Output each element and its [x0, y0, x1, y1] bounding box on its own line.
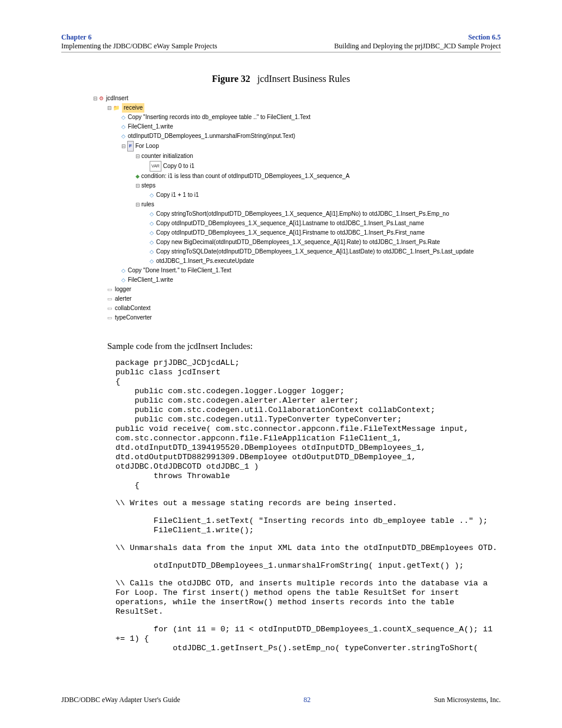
tree-item: typeConverter — [115, 313, 152, 322]
figure-label: Figure 32 — [212, 74, 250, 84]
code-block: for (int i1 = 0; i1 < otdInputDTD_DBempl… — [115, 625, 501, 653]
tree-item: Copy otdInputDTD_DBemployees_1.X_sequenc… — [156, 228, 425, 238]
tree-item: Copy stringToSQLDate(otdInputDTD_DBemplo… — [156, 247, 474, 256]
chapter-subtitle: Implementing the JDBC/ODBC eWay Sample P… — [61, 42, 217, 51]
figure-name: jcdInsert Business Rules — [257, 74, 350, 84]
diamond-icon: ◇ — [150, 228, 154, 238]
expander-icon: ⊟ — [93, 94, 98, 103]
tree-item: logger — [115, 285, 131, 294]
tree-item: Copy "Done Insert." to FileClient_1.Text — [128, 266, 232, 275]
tree-item: counter initialization — [141, 151, 193, 161]
tree-item: Copy 0 to i1 — [163, 162, 194, 171]
diamond-icon: ◇ — [150, 190, 154, 200]
expander-icon: ⊟ — [135, 200, 140, 209]
tree-item: Copy stringToShort(otdInputDTD_DBemploye… — [156, 209, 449, 219]
box-icon: ▭ — [107, 313, 113, 322]
tree-item: Copy "Inserting records into db_employee… — [128, 113, 310, 122]
code-block: otdInputDTD_DBemployees_1.unmarshalFromS… — [115, 561, 501, 571]
page-header: Chapter 6 Implementing the JDBC/ODBC eWa… — [61, 33, 501, 52]
tree-item: steps — [141, 181, 156, 190]
tree-item: For Loop — [135, 141, 159, 151]
condition-icon: ◆ — [135, 172, 140, 181]
code-block: FileClient_1.setText( "Inserting records… — [115, 516, 501, 535]
var-icon: VAR — [150, 161, 161, 172]
code-comment: \\ Unmarshals data from the input XML da… — [115, 543, 501, 553]
tree-item: FileClient_1.write — [128, 275, 173, 285]
section-subtitle: Building and Deploying the prjJDBC_JCD S… — [334, 42, 501, 51]
diamond-icon: ◇ — [121, 113, 125, 122]
tree-item: collabContext — [115, 304, 151, 313]
folder-icon: 📁 — [113, 103, 120, 113]
expander-icon: ⊟ — [135, 181, 140, 190]
chapter-label: Chapter 6 — [61, 33, 217, 42]
page-footer: JDBC/ODBC eWay Adapter User's Guide 82 S… — [61, 696, 501, 704]
tree-item: Copy new BigDecimal(otdInputDTD_DBemploy… — [156, 238, 440, 247]
diamond-icon: ◇ — [121, 266, 125, 275]
tree-diagram: ⊟⚙jcdInsert ⊟📁receive ◇Copy "Inserting r… — [93, 94, 501, 322]
tree-item: receive — [122, 103, 144, 113]
tree-root: jcdInsert — [106, 94, 128, 103]
footer-left: JDBC/ODBC eWay Adapter User's Guide — [61, 696, 180, 704]
expander-icon: ⊟ — [135, 151, 140, 161]
expander-icon: ⊟ — [121, 141, 126, 151]
diamond-icon: ◇ — [150, 219, 154, 228]
diamond-icon: ◇ — [150, 209, 154, 219]
diamond-icon: ◇ — [150, 238, 154, 247]
footer-right: Sun Microsystems, Inc. — [434, 696, 501, 704]
diamond-icon: ◇ — [121, 122, 125, 131]
code-block: package prjJDBC_JCDjcdALL; public class … — [115, 358, 501, 490]
code-comment: \\ Writes out a message stating records … — [115, 499, 501, 508]
diamond-icon: ◇ — [150, 247, 154, 256]
gears-icon: ⚙ — [99, 94, 104, 103]
diamond-icon: ◇ — [121, 131, 125, 141]
tree-item: rules — [141, 200, 154, 209]
page-number: 82 — [303, 696, 310, 704]
for-icon: F — [127, 141, 134, 151]
box-icon: ▭ — [107, 285, 113, 294]
diamond-icon: ◇ — [150, 256, 154, 266]
body-paragraph: Sample code from the jcdInsert Includes: — [107, 341, 501, 351]
tree-item: Copy otdInputDTD_DBemployees_1.X_sequenc… — [156, 219, 424, 228]
tree-item: condition: i1 is less than count of otdI… — [141, 172, 350, 181]
expander-icon: ⊟ — [107, 103, 112, 113]
code-comment: \\ Calls the otdJDBC OTD, and inserts mu… — [115, 579, 501, 617]
box-icon: ▭ — [107, 304, 113, 313]
tree-item: otdJDBC_1.Insert_Ps.executeUpdate — [156, 256, 254, 266]
tree-item: FileClient_1.write — [128, 122, 173, 131]
figure-title: Figure 32 jcdInsert Business Rules — [61, 74, 501, 84]
diamond-icon: ◇ — [121, 275, 125, 285]
tree-item: alerter — [115, 294, 131, 304]
box-icon: ▭ — [107, 294, 113, 304]
tree-item: otdInputDTD_DBemployees_1.unmarshalFromS… — [128, 131, 295, 141]
section-label: Section 6.5 — [334, 33, 501, 42]
tree-item: Copy i1 + 1 to i1 — [156, 190, 199, 200]
